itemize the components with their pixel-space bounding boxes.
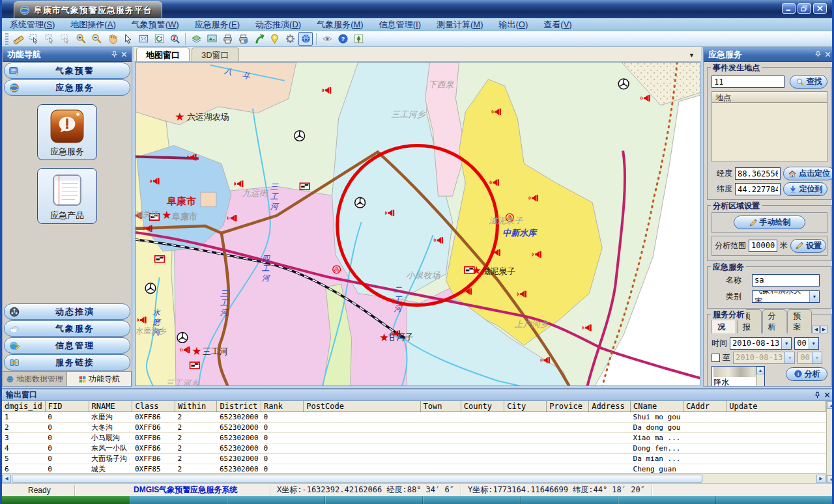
chevron-down-icon[interactable]: ▼ [781, 338, 791, 349]
settings-gear-button[interactable] [283, 32, 297, 46]
flag-marker[interactable] [155, 256, 165, 262]
zoom-out-button[interactable] [89, 32, 104, 46]
menu-item-o[interactable]: 输出(O) [491, 18, 536, 31]
place-list-header[interactable]: 地点 [712, 91, 827, 102]
station-marker[interactable] [355, 197, 366, 208]
table-row[interactable]: 30小马厩沟0XFF8626523020000Xiao ma ... [2, 432, 826, 443]
hour-select[interactable]: 00▼ [794, 337, 818, 350]
menu-item-v[interactable]: 查看(V) [536, 18, 579, 31]
location-search-input[interactable] [712, 76, 784, 88]
scroll-right-icon[interactable]: ▶ [816, 475, 826, 483]
nav-group-globe[interactable]: 应急服务 [4, 79, 130, 96]
close-button[interactable] [813, 3, 827, 14]
column-header[interactable]: Within [175, 401, 217, 412]
left-tab-squares[interactable]: 功能导航 [67, 372, 132, 386]
to-checkbox[interactable] [712, 354, 720, 362]
place-list[interactable] [712, 102, 827, 162]
pin-icon[interactable] [109, 49, 119, 59]
station-marker[interactable] [177, 332, 188, 343]
manual-draw-button[interactable]: 手动绘制 [734, 216, 805, 229]
identify-button[interactable] [167, 32, 182, 46]
column-header[interactable]: PostCode [304, 401, 420, 412]
column-header[interactable]: Address [589, 401, 631, 412]
table-row[interactable]: 20大冬沟0XFF8626523020000Da dong gou [2, 422, 826, 432]
pin-icon[interactable] [813, 49, 823, 59]
export-image-button[interactable] [205, 32, 219, 46]
town-star-marker[interactable]: ★ [192, 345, 201, 357]
table-vertical-scrollbar[interactable]: ▲ ▼ [826, 401, 834, 483]
close-panel-icon[interactable] [823, 49, 833, 59]
analyze-button[interactable]: i 分析 [786, 367, 827, 381]
column-header[interactable]: CAddr [683, 401, 726, 412]
element-list-item[interactable]: 空气温度 [712, 387, 756, 387]
column-header[interactable]: FID [45, 401, 89, 412]
menu-item-m[interactable]: 气象服务(M) [309, 18, 371, 31]
zoom-in-button[interactable] [74, 32, 88, 46]
column-header[interactable]: dmgis_id [2, 401, 45, 412]
restore-button[interactable] [798, 3, 811, 14]
full-extent-button[interactable] [136, 32, 151, 46]
select-box-button[interactable] [42, 32, 57, 46]
table-row[interactable]: 40东风一小队0XFF8626523020000Dong fen... [2, 443, 826, 453]
town-star-marker[interactable]: ★ [175, 111, 184, 123]
map-tab-dropdown-icon[interactable]: ▼ [689, 52, 695, 59]
globe-3d-button[interactable] [298, 32, 313, 46]
close-panel-icon[interactable] [119, 49, 129, 59]
tab-scroll-right-icon[interactable]: ▶ [820, 326, 827, 333]
left-tab-mapglobe[interactable]: 地图数据管理 [3, 372, 67, 386]
longitude-field[interactable] [735, 167, 781, 180]
column-header[interactable]: RNAME [89, 401, 132, 412]
column-header[interactable]: Rank [261, 401, 304, 412]
shortcut-notepad-button[interactable]: 应急产品 [37, 168, 97, 224]
flag-marker[interactable] [190, 362, 200, 369]
eye-button[interactable] [320, 32, 334, 46]
station-marker[interactable] [618, 79, 629, 89]
nav-group-infoglobe[interactable]: 信息管理 [4, 337, 130, 354]
set-range-button[interactable]: 设置 [790, 239, 826, 253]
print-preview-button[interactable] [236, 32, 250, 46]
pin-icon[interactable] [812, 390, 822, 400]
column-header[interactable]: CName [631, 401, 683, 412]
menu-item-s[interactable]: 系统管理(S) [2, 18, 63, 31]
pointer-button[interactable] [121, 32, 135, 46]
nav-group-film[interactable]: 动态推演 [4, 303, 130, 320]
chevron-down-icon[interactable]: ▼ [809, 338, 818, 349]
analysis-tab[interactable]: 预案 [787, 309, 812, 333]
shortcut-alert-button[interactable]: 应急服务 [37, 104, 97, 160]
scroll-up-icon[interactable]: ▲ [827, 401, 834, 409]
nav-group-cloud[interactable]: 气象服务 [4, 320, 130, 337]
go-arrow-button[interactable] [252, 32, 266, 46]
click-locate-button[interactable]: 点击定位 [783, 167, 834, 180]
date-select[interactable]: 2010-08-13▼ [730, 337, 792, 350]
range-field[interactable] [749, 240, 777, 252]
service-name-field[interactable] [752, 274, 820, 287]
station-marker[interactable] [295, 131, 305, 141]
nav-group-notebook[interactable]: 气象预警 [4, 63, 130, 79]
minimize-button[interactable] [782, 3, 796, 14]
search-button[interactable]: 查找 [790, 75, 827, 89]
select-clear-button[interactable] [58, 32, 72, 46]
element-list-item[interactable]: 降水 [712, 378, 756, 387]
scroll-down-icon[interactable]: ▼ [827, 475, 834, 483]
pan-hand-button[interactable] [105, 32, 119, 46]
table-horizontal-scrollbar[interactable]: ◀ ▶ [2, 473, 826, 483]
select-cursor-button[interactable] [27, 32, 41, 46]
toolbar-grip[interactable] [5, 33, 8, 45]
nav-group-link[interactable]: 服务链接 [4, 354, 130, 371]
menu-item-e[interactable]: 应急服务(E) [187, 18, 248, 31]
map-canvas[interactable]: ★★★★★ 八斗六运湖农场三工河乡下西泉九运街阜康市城关镇阜康市滋泥泉子中新水库… [135, 62, 700, 386]
column-header[interactable]: City [504, 401, 547, 412]
tab-scroll-left-icon[interactable]: ◀ [812, 326, 820, 333]
menu-item-m[interactable]: 测量计算(M) [429, 18, 491, 31]
layers-button[interactable] [189, 32, 203, 46]
taskbar-start[interactable] [2, 496, 130, 504]
column-header[interactable]: Town [420, 401, 461, 412]
table-row[interactable]: 10水磨沟0XFF8626523020000Shui mo gou [2, 412, 826, 422]
table-row[interactable]: 60城关0XFF8526523020000Cheng guan [2, 464, 826, 473]
menu-item-a[interactable]: 地图操作(A) [63, 18, 123, 31]
element-list[interactable]: 降水空气温度 ▲▼ [712, 366, 765, 387]
menu-item-d[interactable]: 动态推演(D) [248, 18, 309, 31]
column-header[interactable]: Update [726, 401, 826, 412]
scrollbar-thumb[interactable] [12, 475, 702, 483]
flag-marker[interactable] [300, 183, 309, 189]
